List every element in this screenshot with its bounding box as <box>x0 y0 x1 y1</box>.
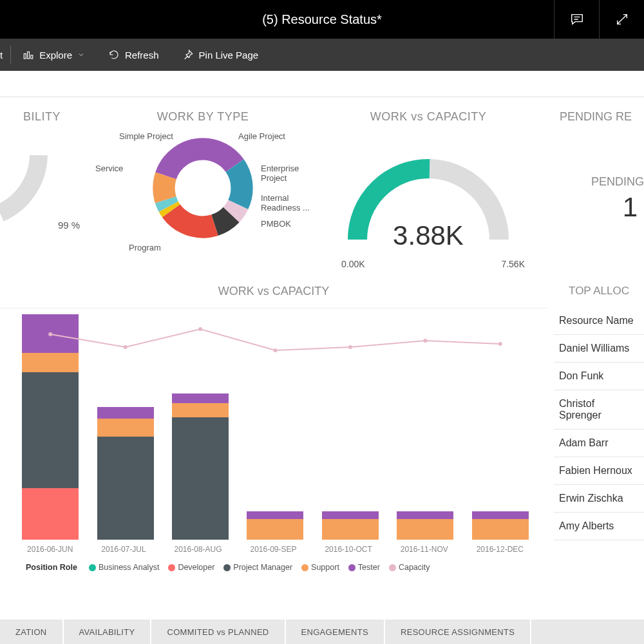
pin-icon <box>182 49 194 61</box>
legend-dev: Developer <box>178 563 214 572</box>
svg-rect-1 <box>28 52 30 59</box>
availability-gauge-partial <box>0 142 52 239</box>
availability-tile[interactable]: BILITY 99 % <box>0 110 84 278</box>
legend-tester: Tester <box>358 563 380 572</box>
tab-engagements[interactable]: ENGAGEMENTS <box>286 620 385 644</box>
bar-segment <box>172 403 229 417</box>
donut-chart <box>151 137 254 240</box>
x-axis-label: 2016-07-JUL <box>101 545 146 554</box>
bar-column <box>322 511 379 540</box>
explore-button[interactable]: Explore <box>11 39 97 71</box>
x-axis-label: 2016-08-AUG <box>175 545 222 554</box>
top-allocations-tile[interactable]: TOP ALLOC Resource Name Daniel WilliamsD… <box>547 285 644 578</box>
legend-support: Support <box>311 563 339 572</box>
donut-label-enterprise: Enterprise Project <box>261 164 322 183</box>
resources-header: Resource Name <box>554 307 644 335</box>
bar-column <box>172 393 229 540</box>
bar-column <box>397 511 453 540</box>
donut-label-simple: Simple Project <box>119 131 173 141</box>
bar-segment <box>97 419 154 437</box>
comment-icon <box>570 12 584 26</box>
resource-row[interactable]: Christof Sprenger <box>554 390 644 430</box>
bar-segment <box>22 488 79 540</box>
resource-row[interactable]: Adam Barr <box>554 430 644 457</box>
donut-label-pmbok: PMBOK <box>261 219 291 229</box>
bar-column <box>97 407 154 540</box>
legend-ba: Business Analyst <box>99 563 160 572</box>
resource-row[interactable]: Daniel Williams <box>554 335 644 363</box>
bar-chart: 2016-06-JUN2016-07-JUL2016-08-AUG2016-09… <box>0 308 547 578</box>
chevron-down-icon <box>77 51 85 59</box>
availability-percent: 99 % <box>58 220 80 231</box>
expand-icon <box>615 12 629 26</box>
availability-title: BILITY <box>0 110 84 124</box>
bar-segment <box>97 437 154 540</box>
tab-availability[interactable]: AVAILABILITY <box>64 620 152 644</box>
pending-value: 1 <box>547 192 644 223</box>
pending-sub: PENDING <box>547 175 644 189</box>
bar-segment <box>247 519 303 540</box>
bar-segment <box>472 511 529 519</box>
donut-label-service: Service <box>95 164 123 173</box>
resource-row[interactable]: Erwin Zischka <box>554 485 644 513</box>
toolbar: t Explore Refresh Pin Live Page <box>0 39 644 71</box>
page-title: (5) Resource Status* <box>262 12 382 27</box>
x-axis-label: 2016-10-OCT <box>325 545 372 554</box>
work-by-type-title: WORK BY TYPE <box>84 110 322 124</box>
gauge-value: 3.88K <box>322 220 535 251</box>
toolbar-item-truncated[interactable]: t <box>0 39 10 71</box>
bar-column <box>247 511 303 540</box>
bar-segment <box>172 417 229 540</box>
work-vs-capacity-gauge-tile[interactable]: WORK vs CAPACITY 3.88K 0.00K 7.56K <box>322 110 535 278</box>
bar-segment <box>22 372 79 488</box>
bar-segment <box>22 314 79 353</box>
bar-segment <box>97 407 154 419</box>
bar-chart-title: WORK vs CAPACITY <box>0 285 547 298</box>
page-tabs: ZATION AVAILABILITY COMMITED vs PLANNED … <box>0 620 644 644</box>
explore-icon <box>23 49 34 61</box>
bar-segment <box>397 511 453 519</box>
pending-tile[interactable]: PENDING RE PENDING 1 <box>535 110 644 278</box>
tab-resource-assignments[interactable]: RESOURCE ASSIGNMENTS <box>385 620 531 644</box>
bar-segment <box>172 393 229 403</box>
refresh-button[interactable]: Refresh <box>97 39 171 71</box>
refresh-icon <box>108 49 120 61</box>
bar-column <box>472 511 529 540</box>
work-vs-capacity-bar-tile[interactable]: WORK vs CAPACITY 2016-06-JUN2016-07-JUL2… <box>0 285 547 578</box>
report-canvas: BILITY 99 % WORK BY TYPE Sim <box>0 71 644 578</box>
donut-label-agile: Agile Project <box>238 131 285 141</box>
bar-legend: Position Role Business Analyst Developer… <box>26 563 430 572</box>
x-axis-label: 2016-12-DEC <box>477 545 524 554</box>
bar-segment <box>22 353 79 372</box>
refresh-label: Refresh <box>125 50 159 61</box>
legend-capacity: Capacity <box>399 563 430 572</box>
bar-segment <box>472 519 529 540</box>
resources-title: TOP ALLOC <box>554 285 644 298</box>
bar-segment <box>397 519 453 540</box>
bar-segment <box>247 511 303 519</box>
tab-committed-vs-planned[interactable]: COMMITED vs PLANNED <box>151 620 285 644</box>
x-axis-label: 2016-06-JUN <box>27 545 73 554</box>
x-axis-label: 2016-09-SEP <box>250 545 296 554</box>
bar-column <box>22 314 79 540</box>
tab-utilization[interactable]: ZATION <box>0 620 64 644</box>
resource-row[interactable]: Fabien Hernoux <box>554 457 644 485</box>
resource-row[interactable]: Don Funk <box>554 363 644 390</box>
pending-title: PENDING RE <box>547 110 644 124</box>
title-bar: (5) Resource Status* <box>0 0 644 39</box>
donut-label-program: Program <box>129 243 161 252</box>
donut-label-internal: Internal Readiness ... <box>261 193 322 213</box>
toolbar-label: t <box>0 50 3 61</box>
work-by-type-tile[interactable]: WORK BY TYPE Simple Project Agile Projec… <box>84 110 322 278</box>
comments-button[interactable] <box>554 0 599 39</box>
gauge-title: WORK vs CAPACITY <box>322 110 535 124</box>
pin-button[interactable]: Pin Live Page <box>171 39 270 71</box>
svg-rect-2 <box>31 55 33 59</box>
legend-title: Position Role <box>26 563 77 572</box>
fullscreen-button[interactable] <box>599 0 644 39</box>
gauge-min: 0.00K <box>341 259 365 269</box>
bar-segment <box>322 519 379 540</box>
svg-rect-0 <box>24 54 26 59</box>
explore-label: Explore <box>39 50 72 61</box>
resource-row[interactable]: Amy Alberts <box>554 513 644 540</box>
